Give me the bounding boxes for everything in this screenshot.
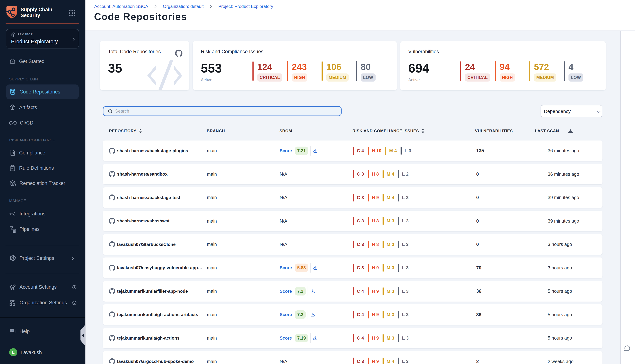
svg-text:?: ?: [11, 329, 13, 332]
